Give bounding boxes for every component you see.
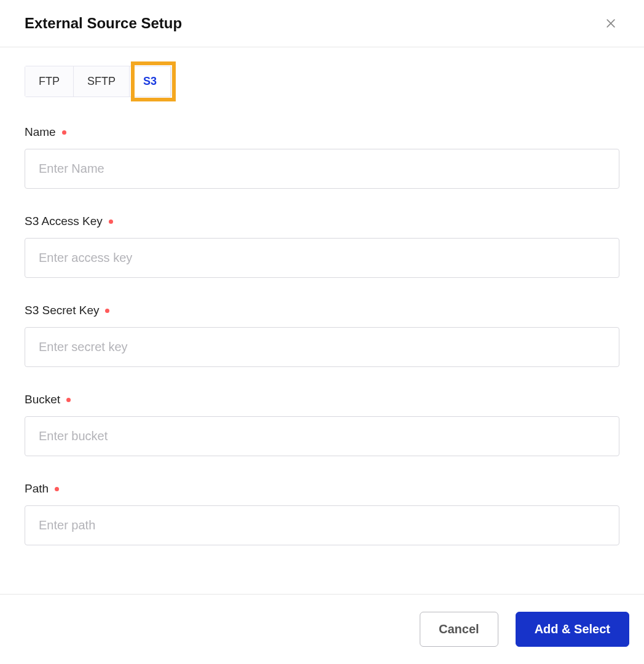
required-indicator-icon — [105, 309, 109, 313]
label-access-key: S3 Access Key — [25, 215, 619, 228]
tab-ftp[interactable]: FTP — [25, 66, 74, 97]
label-bucket: Bucket — [25, 393, 619, 406]
cancel-button[interactable]: Cancel — [420, 612, 498, 647]
label-access-key-text: S3 Access Key — [25, 215, 103, 228]
required-indicator-icon — [62, 130, 66, 135]
label-secret-key: S3 Secret Key — [25, 304, 619, 317]
dialog-header: External Source Setup — [0, 0, 644, 47]
input-access-key[interactable] — [25, 238, 619, 278]
input-secret-key[interactable] — [25, 327, 619, 367]
protocol-tabs: FTP SFTP S3 — [25, 66, 171, 97]
label-path: Path — [25, 482, 619, 496]
field-access-key: S3 Access Key — [25, 215, 619, 278]
dialog-footer: Cancel Add & Select — [0, 594, 644, 664]
dialog-body: FTP SFTP S3 Name S3 Access Key S3 Secret… — [0, 47, 644, 596]
input-bucket[interactable] — [25, 416, 619, 456]
label-name-text: Name — [25, 125, 56, 139]
field-path: Path — [25, 482, 619, 545]
close-icon — [605, 17, 617, 30]
label-path-text: Path — [25, 482, 49, 496]
required-indicator-icon — [109, 219, 113, 224]
tab-sftp[interactable]: SFTP — [74, 66, 130, 97]
field-secret-key: S3 Secret Key — [25, 304, 619, 367]
required-indicator-icon — [55, 487, 59, 491]
label-secret-key-text: S3 Secret Key — [25, 304, 99, 317]
tab-s3[interactable]: S3 — [130, 66, 171, 97]
label-bucket-text: Bucket — [25, 393, 60, 406]
input-name[interactable] — [25, 149, 619, 189]
add-select-button[interactable]: Add & Select — [516, 612, 629, 647]
input-path[interactable] — [25, 505, 619, 545]
field-bucket: Bucket — [25, 393, 619, 456]
field-name: Name — [25, 125, 619, 189]
dialog-title: External Source Setup — [25, 15, 182, 32]
close-button[interactable] — [602, 15, 619, 32]
required-indicator-icon — [66, 398, 71, 402]
label-name: Name — [25, 125, 619, 139]
